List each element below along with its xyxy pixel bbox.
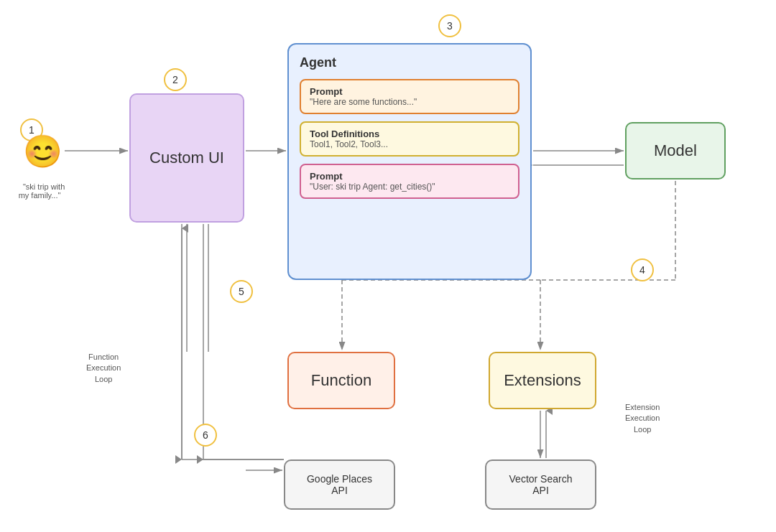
step-badge-2: 2 [164,68,187,91]
agent-title: Agent [300,55,519,70]
architecture-diagram: 1 2 3 4 5 6 😊 "ski trip with my family..… [0,0,776,532]
vector-search-box: Vector Search API [485,459,596,510]
step-badge-3: 3 [438,14,461,37]
agent-tool-def-title: Tool Definitions [310,129,509,139]
function-execution-loop-label: Function Execution Loop [86,352,121,385]
user-avatar: 😊 [23,133,63,170]
agent-tool-def-box: Tool Definitions Tool1, Tool2, Tool3... [300,121,519,157]
custom-ui-box: Custom UI [129,93,244,223]
user-label: "ski trip with my family..." [11,174,68,208]
agent-prompt2-text: "User: ski trip Agent: get_cities()" [310,182,509,192]
agent-prompt1-title: Prompt [310,86,509,97]
agent-prompt1-box: Prompt "Here are some functions..." [300,79,519,114]
agent-prompt2-title: Prompt [310,171,509,182]
agent-prompt2-box: Prompt "User: ski trip Agent: get_cities… [300,164,519,199]
agent-prompt1-text: "Here are some functions..." [310,97,509,107]
google-places-line2: API [307,485,372,496]
agent-box: Agent Prompt "Here are some functions...… [287,43,532,280]
agent-tool-def-text: Tool1, Tool2, Tool3... [310,139,509,149]
extensions-box: Extensions [489,352,596,409]
step-badge-4: 4 [631,258,654,281]
google-places-line1: Google Places [307,473,372,485]
step-badge-6: 6 [194,424,217,447]
google-places-box: Google Places API [284,459,395,510]
function-box: Function [287,352,395,409]
vector-search-line2: API [509,485,573,496]
step-badge-5: 5 [230,280,253,303]
model-box: Model [625,122,726,179]
extension-execution-loop-label: Extension Execution Loop [625,402,660,435]
vector-search-line1: Vector Search [509,473,573,485]
